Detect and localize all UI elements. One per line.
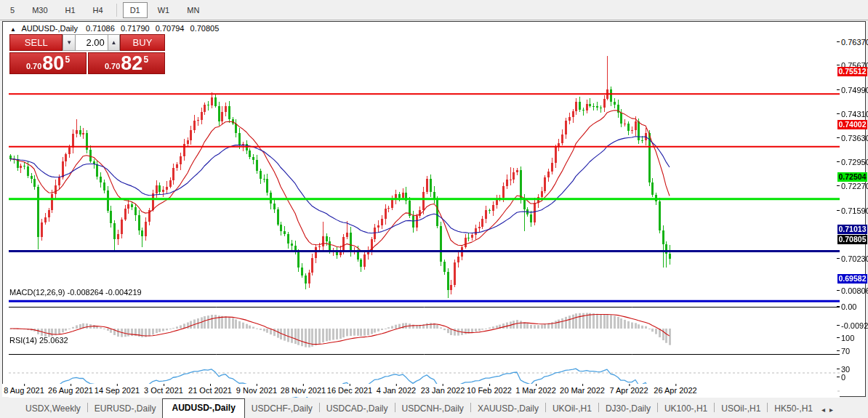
tab-ukoil-h1[interactable]: UKOil-,H1 bbox=[546, 400, 598, 418]
price-tick-label: 0.72270 bbox=[841, 182, 868, 190]
date-label: 26 Apr 2022 bbox=[654, 386, 696, 395]
collapse-triangle-icon[interactable]: ▲ bbox=[10, 26, 16, 33]
tab-scroll-right-icon[interactable]: ▸ bbox=[827, 401, 835, 418]
support-level-badge: 0.69582 bbox=[837, 274, 867, 284]
timeframe-m5-button[interactable]: 5 bbox=[3, 2, 22, 18]
sell-price-pips: 80 bbox=[42, 54, 64, 73]
date-label: 8 Aug 2021 bbox=[4, 386, 44, 395]
resistance-level-badge: 0.74002 bbox=[837, 120, 867, 129]
date-label: 23 Jan 2022 bbox=[421, 386, 465, 395]
date-label: 21 Oct 2021 bbox=[188, 386, 232, 395]
tab-uk100-h1[interactable]: UK100-,H1 bbox=[658, 400, 714, 418]
date-label: 9 Nov 2021 bbox=[236, 386, 277, 395]
chart-window bbox=[2, 21, 866, 397]
current-price-badge: 0.70805 bbox=[837, 235, 867, 244]
chart-title: ▲ AUDUSD-,Daily 0.71086 0.71790 0.70794 … bbox=[10, 24, 222, 33]
sell-price-prefix: 0.70 bbox=[26, 62, 41, 71]
date-axis[interactable]: 8 Aug 2021 26 Aug 2021 14 Sep 2021 3 Oct… bbox=[2, 384, 837, 397]
macd-main-value: -0.008264 bbox=[67, 288, 103, 297]
timeframe-m30-button[interactable]: M30 bbox=[25, 2, 55, 18]
toolbar-separator bbox=[116, 4, 117, 17]
date-label: 14 Sep 2021 bbox=[95, 386, 140, 395]
macd-axis-label: 0.008061 bbox=[841, 286, 868, 295]
tab-usoil-h1[interactable]: USOil-,H1 bbox=[715, 400, 767, 418]
date-label: 26 Aug 2021 bbox=[48, 386, 93, 395]
macd-signal-value: -0.004219 bbox=[105, 288, 142, 297]
tab-hk50-h1[interactable]: HK50-,H1 bbox=[768, 400, 819, 418]
price-tick-label: 0.74310 bbox=[841, 110, 868, 118]
buy-button[interactable]: BUY bbox=[120, 34, 165, 51]
volume-decrease-button[interactable]: ▼ bbox=[63, 34, 75, 51]
date-label: 10 Feb 2022 bbox=[467, 386, 512, 395]
ohlc-open-value: 0.71086 bbox=[86, 24, 115, 33]
resistance-level-badge: 0.75512 bbox=[837, 67, 867, 76]
buy-price-pips: 82 bbox=[121, 54, 142, 73]
date-label: 4 Jan 2022 bbox=[377, 386, 416, 395]
tab-usdchf-daily[interactable]: USDCHF-,Daily bbox=[245, 400, 319, 418]
price-tick-label: 0.72950 bbox=[841, 158, 868, 166]
timeframe-w1-button[interactable]: W1 bbox=[150, 2, 177, 18]
rsi-axis-label: 0 bbox=[841, 373, 845, 382]
tab-usdcad-daily[interactable]: USDCAD-,Daily bbox=[320, 400, 395, 418]
macd-axis-label: -0.009286 bbox=[841, 321, 868, 330]
price-tick-label: 0.71590 bbox=[841, 206, 868, 215]
symbol-tab-bar: USDX,Weekly EURUSD-,Daily AUDUSD-,Daily … bbox=[0, 398, 868, 418]
rsi-value: 25.0632 bbox=[39, 336, 68, 345]
ohlc-low-value: 0.70794 bbox=[156, 24, 185, 33]
price-chart-canvas[interactable] bbox=[9, 44, 840, 406]
price-tick-label: 0.70230 bbox=[841, 254, 868, 263]
support-level-badge: 0.71013 bbox=[837, 225, 867, 234]
price-tick-label: 0.76370 bbox=[841, 38, 868, 47]
sell-price-display[interactable]: 0.70 80 5 bbox=[9, 52, 87, 74]
ohlc-close-value: 0.70805 bbox=[190, 24, 220, 33]
volume-input[interactable] bbox=[76, 34, 108, 51]
sell-price-point: 5 bbox=[65, 55, 70, 65]
ohlc-high-value: 0.71790 bbox=[121, 24, 150, 33]
date-label: 3 Oct 2021 bbox=[144, 386, 183, 395]
tab-eurusd-daily[interactable]: EURUSD-,Daily bbox=[88, 400, 163, 418]
timeframe-h1-button[interactable]: H1 bbox=[58, 2, 83, 18]
sell-button[interactable]: SELL bbox=[9, 34, 63, 51]
chart-symbol-label: AUDUSD-,Daily bbox=[21, 24, 78, 33]
macd-axis-label: 0.00 bbox=[841, 302, 856, 311]
buy-price-display[interactable]: 0.70 82 5 bbox=[88, 52, 165, 74]
date-label: 28 Nov 2021 bbox=[281, 386, 326, 395]
tab-dj30-daily[interactable]: DJ30-,Daily bbox=[599, 400, 657, 418]
macd-name: MACD(12,26,9) bbox=[9, 288, 65, 297]
buy-price-prefix: 0.70 bbox=[105, 62, 120, 71]
rsi-axis-label: 100 bbox=[841, 334, 854, 342]
timeframe-toolbar: 5 M30 H1 H4 D1 W1 MN bbox=[0, 0, 868, 20]
date-label: 1 Mar 2022 bbox=[515, 386, 556, 395]
tab-usdcnh-daily[interactable]: USDCNH-,Daily bbox=[395, 400, 470, 418]
macd-indicator-label: MACD(12,26,9) -0.008264 -0.004219 bbox=[9, 288, 142, 297]
date-label: 16 Dec 2021 bbox=[327, 386, 372, 395]
volume-increase-button[interactable]: ▲ bbox=[108, 34, 120, 51]
tab-audusd-daily[interactable]: AUDUSD-,Daily bbox=[162, 398, 244, 418]
timeframe-h4-button[interactable]: H4 bbox=[86, 2, 110, 18]
buy-price-point: 5 bbox=[143, 55, 148, 65]
rsi-indicator-label: RSI(14) 25.0632 bbox=[9, 336, 68, 345]
date-label: 7 Apr 2022 bbox=[609, 386, 648, 395]
tab-scroll-left-icon[interactable]: ◂ bbox=[819, 401, 827, 418]
rsi-name: RSI(14) bbox=[9, 336, 37, 345]
tab-usdx-weekly[interactable]: USDX,Weekly bbox=[19, 400, 87, 418]
timeframe-mn-button[interactable]: MN bbox=[180, 2, 206, 18]
support-level-badge: 0.72504 bbox=[837, 172, 867, 182]
one-click-trade-panel: SELL ▼ ▲ BUY 0.70 80 5 0.70 82 5 bbox=[9, 34, 165, 74]
rsi-axis-label: 70 bbox=[841, 347, 850, 355]
price-tick-label: 0.73630 bbox=[841, 134, 868, 142]
tab-xauusd-daily[interactable]: XAUUSD-,Daily bbox=[471, 400, 545, 418]
price-tick-label: 0.74990 bbox=[841, 86, 868, 95]
date-label: 20 Mar 2022 bbox=[560, 386, 605, 395]
timeframe-d1-button[interactable]: D1 bbox=[123, 2, 148, 18]
